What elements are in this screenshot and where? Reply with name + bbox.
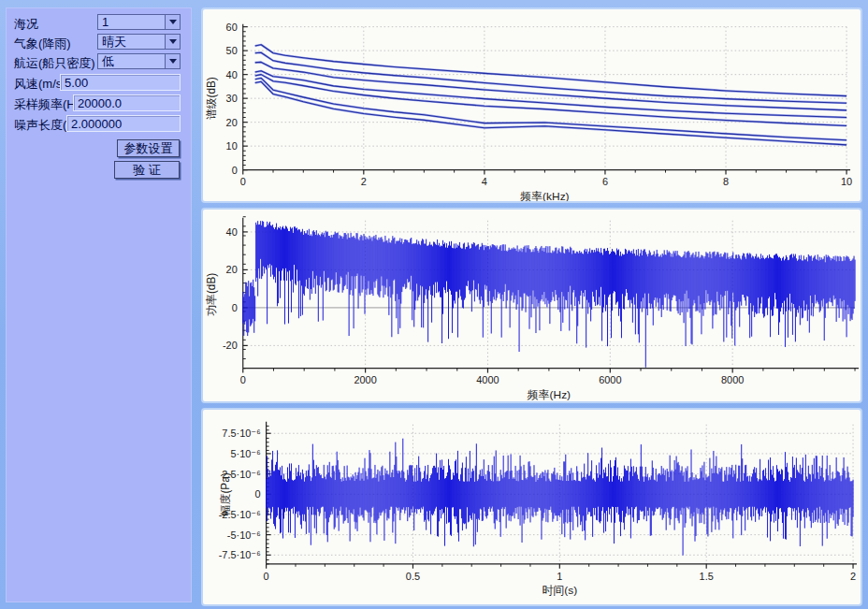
control-panel: 海况 1 气象(降雨) 晴天 航运(船只密度) 低 风速(m/s) 采样频率(H… xyxy=(6,7,192,602)
y-tick-label: 10 xyxy=(226,140,238,152)
weather-select[interactable]: 晴天 xyxy=(97,34,181,50)
y-tick-label: 7.5·10⁻⁶ xyxy=(222,428,260,439)
x-tick-label: 4 xyxy=(482,176,487,187)
spectrum-level-chart: 02468100102030405060频率(kHz)谱级(dB) xyxy=(203,9,861,201)
x-tick-label: 2000 xyxy=(354,374,376,385)
y-tick-label: 40 xyxy=(226,69,238,80)
chevron-down-icon[interactable] xyxy=(165,15,180,29)
x-tick-label: 8000 xyxy=(721,374,744,385)
chevron-down-icon[interactable] xyxy=(165,35,180,49)
shipping-density-label: 航运(船只密度) xyxy=(14,55,95,72)
waveform-chart: 00.511.52-7.5·10⁻⁶-5·10⁻⁶-2.5·10⁻⁶02.5·1… xyxy=(203,410,861,604)
grid xyxy=(243,27,846,170)
sea-state-select[interactable]: 1 xyxy=(97,14,181,30)
y-tick-label: 20 xyxy=(226,264,238,275)
y-tick-label: 40 xyxy=(226,226,238,238)
y-axis-title: 幅度(Pa) xyxy=(219,472,232,515)
x-tick-label: 1 xyxy=(557,571,562,582)
x-tick-label: 0 xyxy=(240,374,246,385)
y-axis-title: 功率(dB) xyxy=(205,273,218,316)
y-tick-label: 60 xyxy=(226,22,238,33)
y-tick-label: -20 xyxy=(223,340,238,351)
noise-length-input[interactable] xyxy=(66,115,181,132)
wind-speed-input[interactable] xyxy=(60,74,181,91)
sample-rate-input[interactable] xyxy=(73,94,181,111)
y-tick-label: 20 xyxy=(226,117,238,128)
chevron-down-icon[interactable] xyxy=(165,54,180,68)
x-tick-label: 0 xyxy=(264,571,269,582)
weather-value: 晴天 xyxy=(98,35,165,49)
x-tick-label: 10 xyxy=(841,176,852,187)
sea-state-value: 1 xyxy=(98,15,165,29)
x-axis-title: 频率(Hz) xyxy=(527,388,571,401)
y-tick-label: 0 xyxy=(232,165,238,176)
x-axis-title: 频率(kHz) xyxy=(519,190,569,201)
x-tick-label: 0 xyxy=(240,176,246,187)
x-tick-label: 6 xyxy=(602,176,608,187)
y-tick-label: -5·10⁻⁶ xyxy=(227,529,261,541)
x-tick-label: 1.5 xyxy=(700,571,714,582)
sea-state-label: 海况 xyxy=(14,16,38,33)
y-tick-label: 30 xyxy=(226,93,238,104)
y-tick-label: 5·10⁻⁶ xyxy=(230,448,260,459)
shipping-density-select[interactable]: 低 xyxy=(97,53,181,69)
app-window: 海况 1 气象(降雨) 晴天 航运(船只密度) 低 风速(m/s) 采样频率(H… xyxy=(0,0,868,609)
y-tick-label: 0 xyxy=(232,302,238,313)
power-spectrum-chart-card: 02000400060008000-2002040频率(Hz)功率(dB) xyxy=(201,208,862,403)
wind-speed-label: 风速(m/s) xyxy=(14,76,66,93)
power-spectrum-chart: 02000400060008000-2002040频率(Hz)功率(dB) xyxy=(203,210,861,401)
x-tick-label: 6000 xyxy=(599,374,621,385)
param-settings-button[interactable]: 参数设置 xyxy=(117,139,180,157)
verify-button[interactable]: 验 证 xyxy=(114,161,180,179)
x-axis-title: 时间(s) xyxy=(542,584,577,597)
x-tick-label: 0.5 xyxy=(406,571,420,582)
series-group xyxy=(255,45,846,145)
x-tick-label: 2 xyxy=(361,176,367,187)
x-tick-label: 8 xyxy=(723,176,729,187)
x-tick-label: 2 xyxy=(850,571,856,582)
y-axis-title: 谱级(dB) xyxy=(205,77,218,120)
x-tick-label: 4000 xyxy=(476,374,499,385)
y-tick-label: -7.5·10⁻⁶ xyxy=(219,549,261,560)
y-tick-label: 50 xyxy=(226,45,238,56)
waveform-chart-card: 00.511.52-7.5·10⁻⁶-5·10⁻⁶-2.5·10⁻⁶02.5·1… xyxy=(201,408,862,606)
y-tick-label: 0 xyxy=(255,488,261,500)
shipping-density-value: 低 xyxy=(98,54,165,68)
spectrum-level-chart-card: 02468100102030405060频率(kHz)谱级(dB) xyxy=(201,7,862,203)
weather-label: 气象(降雨) xyxy=(14,36,71,52)
